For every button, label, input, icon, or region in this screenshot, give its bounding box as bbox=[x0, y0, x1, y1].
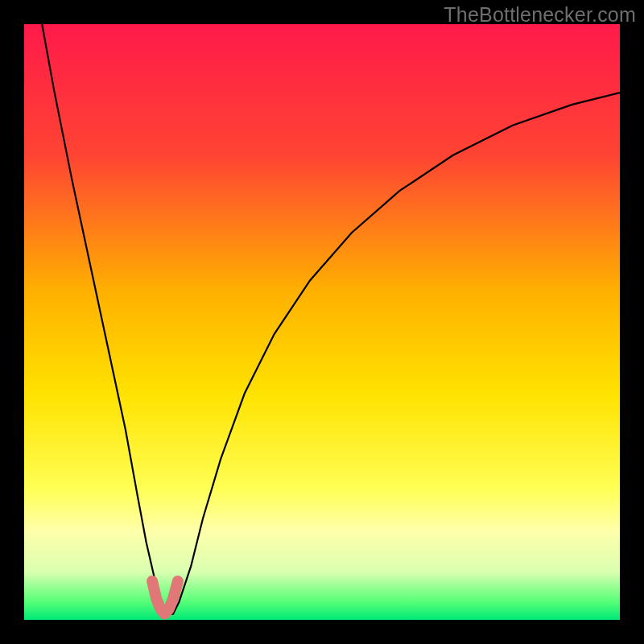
plot-area bbox=[24, 24, 620, 620]
chart-background bbox=[24, 24, 620, 620]
chart-frame: TheBottlenecker.com bbox=[0, 0, 644, 644]
watermark-text: TheBottlenecker.com bbox=[444, 3, 636, 27]
chart-svg bbox=[24, 24, 620, 620]
